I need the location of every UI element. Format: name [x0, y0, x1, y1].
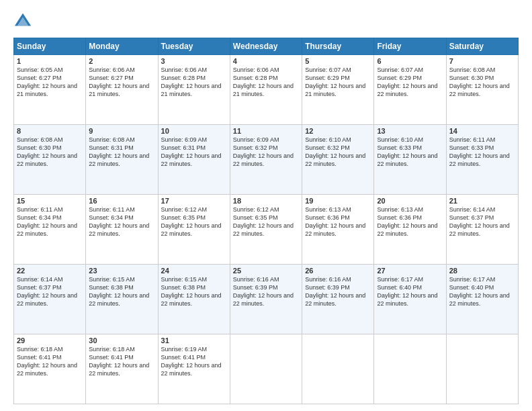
cell-detail: Sunrise: 6:13 AMSunset: 6:36 PMDaylight:…	[377, 206, 437, 237]
col-header-tuesday: Tuesday	[158, 38, 230, 55]
calendar-cell: 2Sunrise: 6:06 AMSunset: 6:27 PMDaylight…	[86, 55, 158, 125]
day-number: 23	[89, 267, 154, 275]
page: SundayMondayTuesdayWednesdayThursdayFrid…	[0, 0, 532, 411]
cell-detail: Sunrise: 6:12 AMSunset: 6:35 PMDaylight:…	[233, 206, 294, 237]
day-number: 29	[17, 336, 83, 345]
day-number: 31	[161, 336, 227, 345]
logo	[13, 12, 35, 31]
calendar-cell: 6Sunrise: 6:07 AMSunset: 6:29 PMDaylight…	[374, 55, 446, 125]
day-number: 22	[17, 267, 83, 275]
day-number: 15	[17, 197, 83, 205]
day-number: 1	[17, 57, 83, 65]
cell-detail: Sunrise: 6:11 AMSunset: 6:33 PMDaylight:…	[449, 136, 510, 167]
cell-detail: Sunrise: 6:11 AMSunset: 6:34 PMDaylight:…	[89, 206, 149, 237]
calendar-cell: 22Sunrise: 6:14 AMSunset: 6:37 PMDayligh…	[14, 265, 86, 334]
week-row-2: 8Sunrise: 6:08 AMSunset: 6:30 PMDaylight…	[14, 125, 519, 195]
day-number: 11	[233, 127, 299, 135]
day-number: 7	[449, 57, 515, 65]
cell-detail: Sunrise: 6:16 AMSunset: 6:39 PMDaylight:…	[233, 276, 294, 307]
day-number: 26	[305, 267, 371, 275]
cell-detail: Sunrise: 6:11 AMSunset: 6:34 PMDaylight:…	[17, 206, 77, 237]
day-number: 5	[305, 57, 371, 65]
cell-detail: Sunrise: 6:08 AMSunset: 6:31 PMDaylight:…	[89, 136, 149, 167]
day-number: 18	[233, 197, 299, 205]
day-number: 19	[305, 197, 371, 205]
calendar-cell	[302, 334, 374, 404]
calendar-table: SundayMondayTuesdayWednesdayThursdayFrid…	[13, 38, 519, 404]
week-row-4: 22Sunrise: 6:14 AMSunset: 6:37 PMDayligh…	[14, 265, 519, 334]
day-number: 3	[161, 57, 227, 65]
calendar-cell: 13Sunrise: 6:10 AMSunset: 6:33 PMDayligh…	[374, 125, 446, 195]
day-number: 20	[377, 197, 443, 205]
cell-detail: Sunrise: 6:06 AMSunset: 6:28 PMDaylight:…	[233, 66, 294, 97]
week-row-3: 15Sunrise: 6:11 AMSunset: 6:34 PMDayligh…	[14, 195, 519, 265]
cell-detail: Sunrise: 6:14 AMSunset: 6:37 PMDaylight:…	[449, 206, 510, 237]
col-header-sunday: Sunday	[14, 38, 86, 55]
day-number: 9	[89, 127, 154, 135]
cell-detail: Sunrise: 6:15 AMSunset: 6:38 PMDaylight:…	[89, 276, 149, 307]
cell-detail: Sunrise: 6:10 AMSunset: 6:32 PMDaylight:…	[305, 136, 365, 167]
day-number: 25	[233, 267, 299, 275]
col-header-monday: Monday	[86, 38, 158, 55]
cell-detail: Sunrise: 6:10 AMSunset: 6:33 PMDaylight:…	[377, 136, 437, 167]
week-row-1: 1Sunrise: 6:05 AMSunset: 6:27 PMDaylight…	[14, 55, 519, 125]
day-number: 13	[377, 127, 443, 135]
calendar-cell: 11Sunrise: 6:09 AMSunset: 6:32 PMDayligh…	[230, 125, 302, 195]
cell-detail: Sunrise: 6:18 AMSunset: 6:41 PMDaylight:…	[17, 346, 77, 377]
col-header-saturday: Saturday	[446, 38, 518, 55]
day-number: 17	[161, 197, 227, 205]
calendar-header-row: SundayMondayTuesdayWednesdayThursdayFrid…	[14, 38, 519, 55]
calendar-cell: 14Sunrise: 6:11 AMSunset: 6:33 PMDayligh…	[446, 125, 518, 195]
day-number: 21	[449, 197, 515, 205]
cell-detail: Sunrise: 6:08 AMSunset: 6:30 PMDaylight:…	[17, 136, 77, 167]
calendar-cell: 21Sunrise: 6:14 AMSunset: 6:37 PMDayligh…	[446, 195, 518, 265]
day-number: 16	[89, 197, 154, 205]
cell-detail: Sunrise: 6:14 AMSunset: 6:37 PMDaylight:…	[17, 276, 77, 307]
cell-detail: Sunrise: 6:05 AMSunset: 6:27 PMDaylight:…	[17, 66, 77, 97]
cell-detail: Sunrise: 6:12 AMSunset: 6:35 PMDaylight:…	[161, 206, 222, 237]
cell-detail: Sunrise: 6:07 AMSunset: 6:29 PMDaylight:…	[377, 66, 437, 97]
calendar-cell	[230, 334, 302, 404]
calendar-cell: 3Sunrise: 6:06 AMSunset: 6:28 PMDaylight…	[158, 55, 230, 125]
week-row-5: 29Sunrise: 6:18 AMSunset: 6:41 PMDayligh…	[14, 334, 519, 404]
calendar-cell: 20Sunrise: 6:13 AMSunset: 6:36 PMDayligh…	[374, 195, 446, 265]
day-number: 27	[377, 267, 443, 275]
cell-detail: Sunrise: 6:07 AMSunset: 6:29 PMDaylight:…	[305, 66, 365, 97]
day-number: 10	[161, 127, 227, 135]
cell-detail: Sunrise: 6:09 AMSunset: 6:32 PMDaylight:…	[233, 136, 294, 167]
calendar-cell: 8Sunrise: 6:08 AMSunset: 6:30 PMDaylight…	[14, 125, 86, 195]
cell-detail: Sunrise: 6:13 AMSunset: 6:36 PMDaylight:…	[305, 206, 365, 237]
generalblue-icon	[13, 12, 32, 31]
calendar-cell: 19Sunrise: 6:13 AMSunset: 6:36 PMDayligh…	[302, 195, 374, 265]
cell-detail: Sunrise: 6:08 AMSunset: 6:30 PMDaylight:…	[449, 66, 510, 97]
calendar-cell: 12Sunrise: 6:10 AMSunset: 6:32 PMDayligh…	[302, 125, 374, 195]
calendar-cell: 10Sunrise: 6:09 AMSunset: 6:31 PMDayligh…	[158, 125, 230, 195]
calendar-cell: 27Sunrise: 6:17 AMSunset: 6:40 PMDayligh…	[374, 265, 446, 334]
day-number: 14	[449, 127, 515, 135]
cell-detail: Sunrise: 6:06 AMSunset: 6:28 PMDaylight:…	[161, 66, 222, 97]
day-number: 2	[89, 57, 154, 65]
day-number: 30	[89, 336, 154, 345]
day-number: 24	[161, 267, 227, 275]
cell-detail: Sunrise: 6:15 AMSunset: 6:38 PMDaylight:…	[161, 276, 222, 307]
calendar-cell: 29Sunrise: 6:18 AMSunset: 6:41 PMDayligh…	[14, 334, 86, 404]
cell-detail: Sunrise: 6:19 AMSunset: 6:41 PMDaylight:…	[161, 346, 222, 377]
cell-detail: Sunrise: 6:18 AMSunset: 6:41 PMDaylight:…	[89, 346, 149, 377]
calendar-cell: 25Sunrise: 6:16 AMSunset: 6:39 PMDayligh…	[230, 265, 302, 334]
calendar-cell	[374, 334, 446, 404]
calendar-cell: 26Sunrise: 6:16 AMSunset: 6:39 PMDayligh…	[302, 265, 374, 334]
cell-detail: Sunrise: 6:09 AMSunset: 6:31 PMDaylight:…	[161, 136, 222, 167]
calendar-cell: 1Sunrise: 6:05 AMSunset: 6:27 PMDaylight…	[14, 55, 86, 125]
col-header-thursday: Thursday	[302, 38, 374, 55]
calendar-cell: 9Sunrise: 6:08 AMSunset: 6:31 PMDaylight…	[86, 125, 158, 195]
calendar-cell	[446, 334, 518, 404]
cell-detail: Sunrise: 6:06 AMSunset: 6:27 PMDaylight:…	[89, 66, 149, 97]
day-number: 28	[449, 267, 515, 275]
col-header-friday: Friday	[374, 38, 446, 55]
day-number: 6	[377, 57, 443, 65]
header	[13, 12, 519, 31]
calendar-cell: 7Sunrise: 6:08 AMSunset: 6:30 PMDaylight…	[446, 55, 518, 125]
cell-detail: Sunrise: 6:16 AMSunset: 6:39 PMDaylight:…	[305, 276, 365, 307]
calendar-cell: 24Sunrise: 6:15 AMSunset: 6:38 PMDayligh…	[158, 265, 230, 334]
col-header-wednesday: Wednesday	[230, 38, 302, 55]
